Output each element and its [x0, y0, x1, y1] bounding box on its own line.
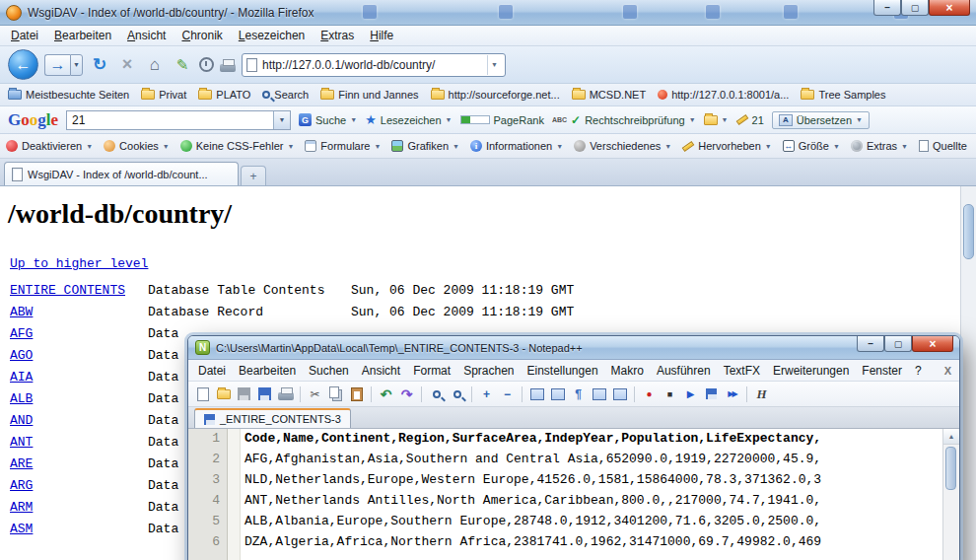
devtool-quelltext[interactable]: Quellte — [919, 140, 967, 152]
entry-link[interactable]: ASM — [10, 522, 33, 536]
undo-icon[interactable] — [377, 385, 395, 403]
npp-menu-format[interactable]: Format — [407, 362, 456, 380]
bookmark-sourceforge[interactable]: http://sourceforge.net... — [431, 89, 560, 101]
paste-icon[interactable] — [347, 385, 366, 403]
menu-ansicht[interactable]: Ansicht — [120, 27, 173, 44]
devtool-extras[interactable]: Extras — [851, 140, 908, 152]
npp-menu-sprachen[interactable]: Sprachen — [457, 362, 520, 380]
find-icon[interactable] — [427, 385, 446, 403]
menu-datei[interactable]: Datei — [4, 27, 45, 44]
sync-vertical-scroll-icon[interactable] — [527, 385, 546, 403]
npp-menu-ansicht[interactable]: Ansicht — [356, 362, 406, 380]
devtool-grafiken[interactable]: Grafiken — [391, 140, 459, 152]
entry-link[interactable]: AGO — [10, 348, 33, 363]
doc-close-icon[interactable] — [944, 365, 951, 377]
back-button[interactable] — [8, 49, 38, 80]
url-dropdown-icon[interactable] — [487, 55, 501, 75]
entry-link[interactable]: ARM — [10, 500, 33, 515]
devtool-verschiedenes[interactable]: Verschiedenes — [574, 140, 671, 152]
entry-link[interactable]: AIA — [10, 370, 33, 385]
stop-button[interactable] — [116, 54, 138, 75]
stop-macro-icon[interactable] — [661, 385, 679, 403]
run-macro-multiple-icon[interactable] — [723, 385, 741, 403]
google-suche-button[interactable]: Suche — [299, 113, 357, 126]
spellcheck-button[interactable]: ABCRechtschreibprüfung — [552, 113, 696, 127]
translate-button[interactable]: Übersetzen — [772, 111, 870, 129]
zoom-in-icon[interactable] — [477, 385, 496, 403]
google-folder-button[interactable] — [704, 115, 729, 125]
bookmark-localhost-8001[interactable]: http://127.0.0.1:8001/a... — [658, 89, 789, 101]
menu-extras[interactable]: Extras — [314, 27, 361, 44]
devtool-groesse[interactable]: Größe — [783, 140, 840, 152]
entry-link[interactable]: AND — [10, 413, 33, 428]
save-icon[interactable] — [235, 385, 253, 403]
npp-menu-einstellungen[interactable]: Einstellungen — [522, 362, 604, 380]
print-icon[interactable] — [220, 64, 236, 72]
text-area[interactable]: Code,Name,Continent,Region,SurfaceArea,I… — [241, 429, 942, 560]
redo-icon[interactable] — [397, 385, 416, 403]
cut-icon[interactable] — [306, 385, 324, 403]
minimize-button[interactable] — [873, 0, 901, 16]
npp-menu-datei[interactable]: Datei — [192, 362, 232, 380]
devtool-cookies[interactable]: Cookies — [104, 140, 170, 152]
copy-icon[interactable] — [326, 385, 345, 403]
entry-link[interactable]: ARG — [10, 478, 33, 493]
show-all-characters-icon[interactable] — [569, 385, 588, 403]
maximize-button[interactable] — [901, 0, 929, 16]
firefox-titlebar[interactable]: WsgiDAV - Index of /world-db/country/ - … — [0, 0, 976, 26]
replace-icon[interactable] — [448, 385, 466, 403]
document-tab[interactable]: _ENTIRE_CONTENTS-3 — [194, 408, 351, 428]
forward-button[interactable] — [44, 54, 70, 76]
npp-menu-fenster[interactable]: Fenster — [856, 362, 908, 380]
pagerank-indicator[interactable]: PageRank — [460, 114, 544, 126]
url-input[interactable]: http://127.0.0.1/world-db/country/ — [262, 58, 482, 72]
indent-guide-icon[interactable] — [610, 385, 629, 403]
devtool-hervorheben[interactable]: Hervorheben — [682, 140, 772, 152]
entry-link[interactable]: AFG — [10, 326, 33, 341]
save-macro-icon[interactable] — [702, 385, 721, 403]
npp-menu-help[interactable]: ? — [909, 362, 928, 380]
bookmark-tree-samples[interactable]: Tree Samples — [801, 89, 885, 101]
notepadpp-titlebar[interactable]: C:\Users\Martin\AppData\Local\Temp\_ENTI… — [188, 336, 959, 360]
scrollbar-thumb[interactable] — [963, 204, 974, 259]
npp-menu-erweiterungen[interactable]: Erweiterungen — [767, 362, 855, 380]
open-file-icon[interactable] — [214, 385, 233, 403]
bookmark-search[interactable]: Search — [262, 89, 309, 101]
word-wrap-icon[interactable] — [590, 385, 608, 403]
entry-link[interactable]: ANT — [10, 435, 33, 450]
scroll-up-icon[interactable] — [943, 429, 959, 445]
entry-link[interactable]: ALB — [10, 391, 33, 406]
tab-wsgidav[interactable]: WsgiDAV - Index of /world-db/count... — [4, 162, 239, 185]
entry-link[interactable]: ABW — [10, 305, 33, 319]
bookmark-finn-und-jannes[interactable]: Finn und Jannes — [320, 89, 418, 101]
menu-chronik[interactable]: Chronik — [174, 27, 229, 44]
zoom-out-icon[interactable] — [498, 385, 517, 403]
new-file-icon[interactable] — [193, 385, 212, 403]
npp-menu-suchen[interactable]: Suchen — [303, 362, 355, 380]
up-to-higher-level-link[interactable]: Up to higher level — [10, 256, 148, 271]
bookmark-plato[interactable]: PLATO — [198, 89, 250, 101]
reload-button[interactable] — [89, 54, 110, 75]
scrollbar-thumb[interactable] — [945, 447, 956, 490]
html-preview-icon[interactable] — [752, 385, 771, 403]
print-icon[interactable] — [276, 385, 295, 403]
editor-scrollbar[interactable] — [942, 429, 959, 560]
content-scrollbar[interactable] — [960, 186, 976, 560]
menu-hilfe[interactable]: Hilfe — [363, 27, 400, 44]
save-all-icon[interactable] — [255, 385, 274, 403]
location-bar[interactable]: http://127.0.0.1/world-db/country/ — [242, 53, 506, 77]
new-tab-button[interactable] — [241, 166, 266, 185]
bookmark-meistbesuchte[interactable]: Meistbesuchte Seiten — [8, 89, 129, 101]
google-search-input[interactable]: 21 — [66, 110, 291, 130]
npp-menu-textfx[interactable]: TextFX — [718, 362, 766, 380]
bookmark-mcsd[interactable]: MCSD.NET — [572, 89, 646, 101]
history-dropdown-icon[interactable] — [70, 54, 83, 76]
history-clock-icon[interactable] — [199, 57, 214, 72]
devtool-css[interactable]: Keine CSS-Fehler — [180, 140, 295, 152]
devtool-formulare[interactable]: Formulare — [305, 140, 381, 152]
edit-pencil-icon[interactable] — [172, 55, 193, 75]
devtool-deaktivieren[interactable]: Deaktivieren — [6, 140, 93, 152]
menu-lesezeichen[interactable]: Lesezeichen — [232, 27, 312, 44]
google-search-value[interactable]: 21 — [67, 113, 273, 127]
close-button[interactable] — [912, 336, 953, 352]
